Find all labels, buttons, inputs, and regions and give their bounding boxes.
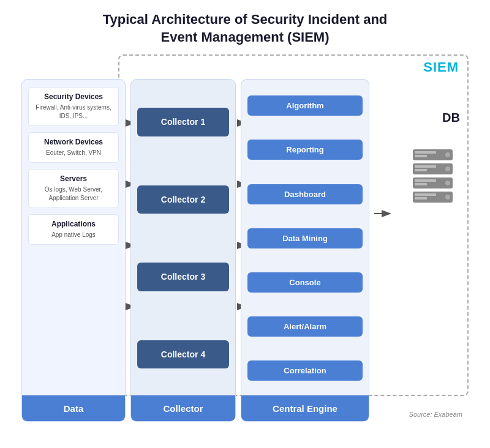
svg-point-17 [445, 166, 450, 171]
data-card-security: Security Devices Firewall, Anti-virus sy… [28, 87, 119, 126]
collector-panel-footer: Collector [131, 395, 235, 421]
engine-data-mining: Data Mining [247, 228, 363, 248]
diagram-wrapper: SIEM [21, 54, 469, 422]
svg-rect-15 [415, 165, 436, 168]
panel-collector: Collector 1 Collector 2 Collector 3 Coll… [130, 79, 236, 422]
network-devices-title: Network Devices [35, 138, 112, 146]
svg-rect-16 [415, 169, 427, 171]
security-devices-sub: Firewall, Anti-virus systems, IDS, IPS..… [35, 103, 112, 121]
engine-correlation: Correlation [247, 360, 363, 381]
engine-dashboard: Dashboard [247, 184, 363, 204]
servers-sub: Os logs, Web Server, Application Server [35, 185, 112, 203]
engine-footer-label: Central Engine [273, 403, 337, 414]
main-title: Typical Architecture of Security Inciden… [24, 11, 466, 46]
svg-rect-12 [415, 155, 427, 157]
svg-rect-19 [415, 179, 436, 182]
collector-4: Collector 4 [137, 340, 229, 368]
data-items: Security Devices Firewall, Anti-virus sy… [22, 80, 125, 421]
svg-point-25 [445, 195, 450, 200]
data-card-servers: Servers Os logs, Web Server, Application… [28, 169, 119, 208]
svg-rect-20 [415, 183, 427, 185]
collector-items: Collector 1 Collector 2 Collector 3 Coll… [131, 80, 235, 421]
collector-footer-label: Collector [163, 403, 203, 414]
db-section: DB [396, 103, 469, 214]
data-footer-label: Data [64, 403, 84, 414]
svg-rect-23 [415, 193, 436, 196]
applications-sub: App native Logs [35, 231, 112, 239]
data-card-applications: Applications App native Logs [28, 214, 119, 245]
db-icon [410, 146, 456, 214]
panel-data: Security Devices Firewall, Anti-virus sy… [21, 79, 126, 422]
collector-3: Collector 3 [137, 263, 229, 291]
security-devices-title: Security Devices [35, 92, 112, 101]
servers-title: Servers [35, 174, 112, 183]
siem-label: SIEM [423, 59, 459, 75]
data-panel-footer: Data [22, 395, 125, 421]
svg-rect-11 [415, 151, 436, 154]
engine-reporting: Reporting [247, 140, 363, 160]
engine-algorithm: Algorithm [247, 95, 363, 116]
svg-rect-24 [415, 197, 427, 200]
network-devices-sub: Eouter, Switch, VPN [35, 149, 112, 157]
engine-items: Algorithm Reporting Dashboard Data Minin… [241, 80, 369, 421]
source-label: Source: Exabeam [409, 411, 462, 418]
collector-2: Collector 2 [137, 185, 229, 214]
applications-title: Applications [35, 220, 112, 228]
title-section: Typical Architecture of Security Inciden… [0, 0, 490, 52]
db-svg [410, 146, 456, 214]
db-label: DB [442, 111, 460, 125]
panel-engine: Algorithm Reporting Dashboard Data Minin… [241, 79, 369, 422]
data-card-network: Network Devices Eouter, Switch, VPN [28, 132, 119, 163]
engine-console: Console [247, 272, 363, 293]
svg-point-13 [445, 152, 450, 157]
engine-alert-alarm: Alert/Alarm [247, 316, 363, 337]
columns: Security Devices Firewall, Anti-virus sy… [21, 79, 469, 422]
svg-point-21 [445, 181, 450, 185]
engine-panel-footer: Central Engine [241, 395, 369, 421]
collector-1: Collector 1 [137, 108, 229, 136]
